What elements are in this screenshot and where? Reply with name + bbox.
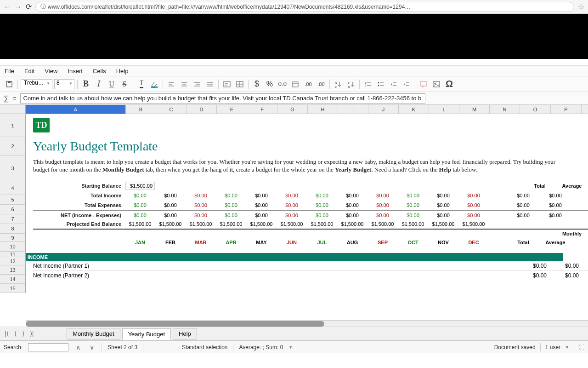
col-D[interactable]: D (187, 105, 217, 114)
formula-bar: ∑ = Come in and talk to us about how we … (0, 92, 588, 105)
row-5[interactable]: 5 (0, 195, 25, 205)
zoom-icon[interactable]: ⛶ (579, 344, 584, 351)
align-left-icon[interactable] (166, 79, 177, 90)
menu-cells[interactable]: Cells (93, 68, 106, 75)
image-icon[interactable] (431, 79, 442, 90)
equals-icon[interactable]: = (12, 95, 16, 102)
row-7[interactable]: 7 (0, 214, 25, 224)
col-G[interactable]: G (277, 105, 308, 114)
align-center-icon[interactable] (179, 79, 190, 90)
row-6[interactable]: 6 (0, 205, 25, 214)
bg-color-icon[interactable] (149, 79, 160, 90)
search-prev-icon[interactable]: ∧ (74, 344, 82, 351)
formula-input[interactable]: Come in and talk to us about how we can … (20, 93, 425, 104)
col-M[interactable]: M (459, 105, 490, 114)
sheet-tabs-bar: |⟨ ⟨ ⟩ ⟩| Monthly Budget Yearly Budget H… (0, 327, 588, 340)
list-bullet-icon[interactable] (375, 79, 386, 90)
indent-icon[interactable] (401, 79, 412, 90)
bold-icon[interactable]: B (80, 79, 91, 90)
row-11[interactable]: 11 (0, 252, 25, 257)
col-P[interactable]: P (551, 105, 582, 114)
merge-icon[interactable] (234, 79, 245, 90)
row-1[interactable]: 1 (0, 114, 25, 137)
inc-decimal-icon[interactable]: .00 (303, 79, 314, 90)
row-13[interactable]: 13 (0, 265, 25, 275)
starting-balance-label: Starting Balance (33, 183, 125, 189)
income-section-header: INCOME (26, 253, 563, 261)
align-right-icon[interactable] (192, 79, 203, 90)
search-input[interactable] (28, 343, 68, 351)
menu-help[interactable]: Help (116, 68, 129, 75)
currency-icon[interactable]: $ (251, 79, 262, 90)
sort-asc-icon[interactable]: az (333, 79, 344, 90)
row-3[interactable]: 3 (0, 155, 25, 181)
outdent-icon[interactable] (388, 79, 399, 90)
comment-icon[interactable] (418, 79, 429, 90)
corner-cell[interactable] (0, 105, 26, 114)
cells-area[interactable]: TD Yearly Budget Template This budget te… (26, 114, 588, 293)
col-C[interactable]: C (156, 105, 187, 114)
row-8[interactable]: 8 (0, 224, 25, 234)
row-14[interactable]: 14 (0, 275, 25, 284)
search-label: Search: (4, 344, 23, 351)
col-H[interactable]: H (308, 105, 338, 114)
menu-file[interactable]: File (5, 68, 14, 75)
col-E[interactable]: E (217, 105, 247, 114)
tab-first-icon[interactable]: |⟨ (3, 330, 11, 337)
omega-icon[interactable]: Ω (444, 79, 455, 90)
menu-insert[interactable]: Insert (68, 68, 83, 75)
row-12[interactable]: 12 (0, 257, 25, 265)
selection-mode: Standard selection (182, 344, 227, 351)
font-select[interactable]: Trebu… (21, 79, 52, 89)
tab-last-icon[interactable]: ⟩| (28, 330, 36, 337)
dec-decimal-icon[interactable]: .00 (316, 79, 327, 90)
percent-icon[interactable]: % (264, 79, 275, 90)
tab-monthly-budget[interactable]: Monthly Budget (67, 328, 120, 339)
size-select[interactable]: 8 (54, 79, 74, 89)
align-justify-icon[interactable] (204, 79, 215, 90)
menu-edit[interactable]: Edit (24, 68, 34, 75)
col-A[interactable]: A (26, 105, 126, 114)
col-J[interactable]: J (368, 105, 399, 114)
back-button[interactable]: ← (4, 3, 11, 11)
svg-point-41 (434, 82, 435, 84)
search-next-icon[interactable]: ∨ (88, 344, 96, 351)
status-bar: Search: ∧ ∨ Sheet 2 of 3 Standard select… (0, 340, 588, 353)
svg-text:a: a (348, 85, 350, 88)
save-icon[interactable] (4, 79, 15, 90)
aggregate-display: Average: ; Sum: 0 (239, 344, 283, 351)
forward-button[interactable]: → (15, 3, 22, 11)
sigma-icon[interactable]: ∑ (4, 94, 9, 103)
row-10[interactable]: 10 (0, 242, 25, 252)
row-9[interactable]: 9 (0, 234, 25, 242)
col-F[interactable]: F (247, 105, 277, 114)
underline-icon[interactable]: U (106, 79, 117, 90)
number-icon[interactable]: 0.0 (277, 79, 288, 90)
starting-balance-value[interactable]: $1,500.00 (125, 182, 155, 190)
tab-yearly-budget[interactable]: Yearly Budget (122, 328, 171, 340)
tab-next-icon[interactable]: ⟩ (20, 330, 26, 337)
strike-icon[interactable]: S (119, 79, 130, 90)
horizontal-scrollbar[interactable] (26, 320, 588, 327)
col-K[interactable]: K (399, 105, 429, 114)
font-color-icon[interactable]: T (136, 79, 147, 90)
list-number-icon[interactable]: 12 (362, 79, 373, 90)
date-icon[interactable] (290, 79, 301, 90)
row-2[interactable]: 2 (0, 137, 25, 155)
row-4[interactable]: 4 (0, 181, 25, 195)
tab-help[interactable]: Help (173, 328, 197, 339)
url-bar[interactable]: ⓘ www.offidocs.com/loleaflet/dist/loleaf… (35, 2, 574, 12)
italic-icon[interactable]: I (93, 79, 104, 90)
col-N[interactable]: N (490, 105, 520, 114)
wrap-icon[interactable] (221, 79, 232, 90)
reload-button[interactable]: ⟳ (26, 2, 32, 11)
menu-view[interactable]: View (45, 68, 57, 75)
col-O[interactable]: O (520, 105, 551, 114)
tab-prev-icon[interactable]: ⟨ (12, 330, 18, 337)
sort-desc-icon[interactable]: za (345, 79, 356, 90)
col-L[interactable]: L (429, 105, 459, 114)
col-B[interactable]: B (126, 105, 156, 114)
star-icon[interactable]: ☆ (578, 2, 584, 11)
row-15[interactable]: 15 (0, 284, 25, 293)
col-I[interactable]: I (338, 105, 368, 114)
